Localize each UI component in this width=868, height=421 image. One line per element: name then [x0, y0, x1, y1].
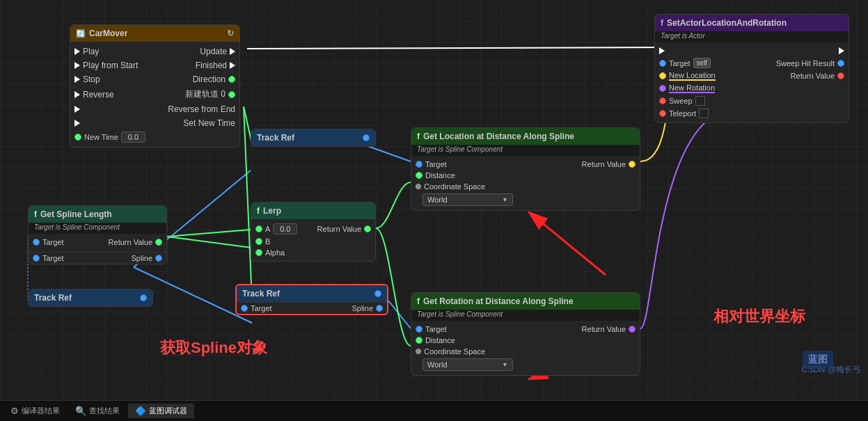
getlocation-world-dropdown[interactable]: World ▼	[423, 193, 513, 206]
getrotation-world-dropdown[interactable]: World ▼	[423, 358, 513, 371]
setactor-teleport-checkbox[interactable]	[699, 109, 709, 118]
getrotation-coordspace-row: Coordinate Space	[411, 346, 640, 357]
getlocation-returnval-pin	[629, 161, 636, 168]
reverse-label: Reverse	[83, 90, 114, 100]
carmover-title: CarMover	[89, 29, 127, 38]
trackref-top-title: Track Ref	[257, 133, 294, 143]
trackref-mid-node: Track Ref Target Spline	[235, 284, 388, 315]
setactor-title: SetActorLocationAndRotation	[667, 18, 787, 28]
trackref-mid-spline-label: Spline	[352, 304, 373, 312]
getspline-target-label: Target	[42, 238, 64, 246]
logo-box: 蓝图	[803, 351, 833, 369]
refresh-icon[interactable]: ↻	[227, 29, 234, 38]
lerp-alpha-pin	[255, 249, 262, 256]
getlocation-dropdown-arrow: ▼	[502, 196, 508, 203]
setactor-sweephit-label: Sweep Hit Result	[776, 59, 835, 67]
direction-label: Direction	[193, 74, 226, 84]
setactor-returnval-label: Return Value	[791, 72, 835, 80]
setactor-newrot-label: New Rotation	[669, 84, 715, 93]
getlocation-target-label: Target	[425, 160, 447, 168]
setactor-sweep-label: Sweep	[669, 97, 693, 105]
carmover-icon: 🔄	[76, 29, 86, 38]
trackref-mid-target-pin	[241, 305, 248, 312]
getrotation-target-pin	[416, 326, 423, 333]
getrotation-coord-pin	[416, 349, 421, 354]
getrotation-distance-pin	[416, 337, 423, 344]
setactor-exec-row	[655, 45, 849, 56]
tab-compiler-results[interactable]: ⚙ 编译器结果	[3, 404, 67, 418]
lerp-alpha-row: Alpha	[251, 247, 375, 258]
getlocation-target-row: Target Return Value	[411, 159, 640, 170]
trackref-top-pin	[363, 134, 370, 141]
lerp-node: f Lerp A 0.0 Return Value B Alpha	[251, 202, 376, 262]
getlocation-coordspace-label: Coordinate Space	[424, 182, 485, 191]
setactor-sweep-checkbox[interactable]	[695, 96, 705, 106]
getlocation-returnval-label: Return Value	[582, 160, 626, 168]
setactor-returnval-pin	[837, 72, 844, 79]
trackref-mid-header: Track Ref	[237, 285, 387, 302]
setactor-f-icon: f	[661, 18, 663, 28]
trackref-bottom-title: Track Ref	[34, 293, 72, 303]
getspline-target2-label: Target	[42, 254, 64, 262]
setactor-newrot-pin	[659, 85, 666, 92]
carmover-header: 🔄 CarMover ↻	[70, 25, 239, 42]
trackref-mid-spline-pin	[376, 305, 383, 312]
play-label: Play	[83, 47, 99, 56]
getspline-f-icon: f	[34, 209, 37, 219]
trackref-top-header: Track Ref	[251, 129, 375, 146]
carmover-body: Play Update Play from Start Finished Sto…	[70, 42, 239, 147]
getlocation-coord-pin	[416, 184, 421, 189]
setactor-target-label: Target	[669, 59, 691, 67]
setactor-newloc-pin	[659, 72, 666, 79]
lerp-a-pin	[255, 225, 262, 232]
svg-line-8	[167, 237, 252, 248]
newtime-pin	[74, 134, 81, 141]
getrotation-body: Target Return Value Distance Coordinate …	[411, 321, 640, 375]
newtime-input[interactable]: 0.0	[121, 132, 145, 143]
tab-find-icon: 🔍	[75, 406, 86, 416]
getrotation-returnval-label: Return Value	[582, 325, 626, 333]
trackref-bottom-node: Track Ref	[28, 289, 153, 307]
setactor-teleport-pin	[659, 110, 666, 117]
blueprint-canvas: 🔄 CarMover ↻ Play Update Play from Start…	[0, 0, 868, 400]
setactor-target-pin	[659, 60, 666, 67]
playfromstart-label: Play from Start	[83, 61, 138, 70]
trackref-mid-target-label: Target	[251, 304, 272, 312]
setactor-target-row: Target self Sweep Hit Result	[655, 56, 849, 70]
getrotation-title: Get Rotation at Distance Along Spline	[423, 296, 574, 306]
carmover-reverse-row: Reverse 新建轨道 0	[70, 86, 239, 102]
trackref-top-node: Track Ref	[251, 129, 376, 147]
getlocation-node: f Get Location at Distance Along Spline …	[411, 127, 640, 211]
carmover-play-row: Play Update	[70, 45, 239, 58]
getrotation-dropdown-arrow: ▼	[502, 361, 508, 368]
tab-find-results[interactable]: 🔍 查找结果	[68, 404, 127, 418]
annotation-world: 相对世界坐标	[713, 306, 805, 327]
getlocation-title: Get Location at Distance Along Spline	[423, 132, 574, 141]
setactor-self-badge: self	[693, 58, 711, 68]
finished-triangle	[230, 62, 235, 69]
settime-triangle	[74, 120, 80, 127]
settime-label: Set New Time	[183, 118, 235, 128]
lerp-b-row: B	[251, 236, 375, 247]
lerp-header: f Lerp	[251, 202, 375, 219]
lerp-a-label: A	[265, 225, 270, 233]
getspline-target-pin	[33, 239, 40, 246]
tab-blueprint-debugger[interactable]: 🔷 蓝图调试器	[128, 404, 194, 418]
getrotation-target-label: Target	[425, 325, 447, 333]
carmover-playfromstart-row: Play from Start Finished	[70, 58, 239, 72]
setactor-exec-out	[839, 47, 844, 54]
getlocation-subtitle: Target is Spline Component	[411, 145, 640, 156]
getrotation-subtitle: Target is Spline Component	[411, 310, 640, 321]
lerp-returnval-label: Return Value	[317, 225, 361, 233]
lerp-a-input[interactable]: 0.0	[273, 223, 297, 235]
setactor-body: Target self Sweep Hit Result New Locatio…	[655, 42, 849, 122]
getlocation-coordspace-row: Coordinate Space	[411, 181, 640, 192]
lerp-alpha-label: Alpha	[265, 248, 285, 257]
getrotation-coordspace-label: Coordinate Space	[424, 347, 485, 356]
setactor-teleport-row: Teleport	[655, 107, 849, 120]
finished-label: Finished	[196, 61, 227, 70]
trackref-mid-targetspline-row: Target Spline	[237, 303, 387, 314]
getspline-spline-label: Spline	[131, 254, 152, 262]
update-pin-triangle	[230, 48, 235, 55]
getspline-returnval-label: Return Value	[109, 238, 152, 246]
